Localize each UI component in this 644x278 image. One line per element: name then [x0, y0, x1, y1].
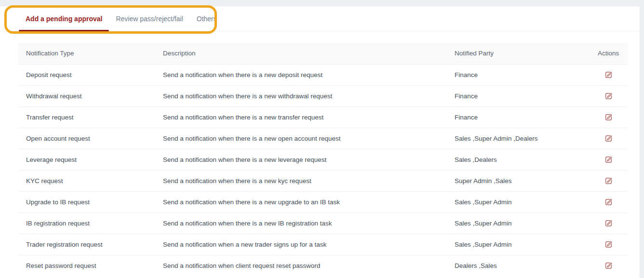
cell-notified-party: Sales ,Dealers — [447, 149, 590, 170]
edit-button[interactable] — [604, 176, 614, 185]
column-header-description: Description — [155, 43, 447, 64]
tab-bar: Add a pending approval Review pass/rejec… — [0, 6, 640, 31]
edit-button[interactable] — [604, 133, 614, 143]
table-row: Deposit request Send a notification when… — [18, 64, 628, 85]
cell-notification-type: Trader registration request — [18, 234, 155, 255]
table-row: Upgrade to IB request Send a notificatio… — [18, 191, 628, 212]
edit-button[interactable] — [604, 70, 614, 79]
cell-notified-party: Finance — [447, 106, 590, 128]
notifications-table: Notification Type Description Notified P… — [18, 43, 628, 276]
edit-button[interactable] — [604, 218, 614, 228]
cell-notification-type: IB registration request — [18, 212, 155, 234]
column-header-notification-type: Notification Type — [18, 43, 155, 64]
page: Add a pending approval Review pass/rejec… — [0, 0, 644, 278]
cell-notified-party: Sales ,Super Admin — [447, 191, 590, 212]
edit-square-icon — [605, 134, 613, 142]
cell-notification-type: Deposit request — [18, 64, 155, 85]
table-header-row: Notification Type Description Notified P… — [18, 43, 628, 64]
edit-button[interactable] — [604, 112, 614, 122]
edit-square-icon — [605, 156, 613, 163]
cell-notified-party: Dealers ,Sales — [447, 255, 590, 276]
table-row: IB registration request Send a notificat… — [18, 212, 628, 234]
cell-description: Send a notification when there is a new … — [155, 64, 447, 85]
cell-notification-type: Transfer request — [18, 106, 155, 128]
tab-add-pending-approval[interactable]: Add a pending approval — [19, 6, 109, 31]
table-row: KYC request Send a notification when the… — [18, 170, 628, 191]
tab-review-pass-reject-fail[interactable]: Review pass/reject/fail — [109, 6, 189, 31]
edit-square-icon — [605, 71, 613, 79]
content-card: Add a pending approval Review pass/rejec… — [0, 6, 640, 278]
cell-description: Send a notification when there is a new … — [155, 149, 447, 170]
edit-square-icon — [605, 177, 613, 185]
edit-square-icon — [605, 240, 613, 248]
cell-description: Send a notification when there is a new … — [155, 212, 447, 234]
edit-square-icon — [605, 92, 613, 100]
cell-description: Send a notification when there is a new … — [155, 170, 447, 191]
table-row: Transfer request Send a notification whe… — [18, 106, 628, 128]
table-row: Leverage request Send a notification whe… — [18, 149, 628, 170]
cell-notification-type: Withdrawal request — [18, 85, 155, 106]
cell-notified-party: Sales ,Super Admin ,Dealers — [447, 128, 590, 149]
cell-description: Send a notification when there is a new … — [155, 191, 447, 212]
edit-button[interactable] — [604, 197, 614, 207]
edit-square-icon — [605, 219, 613, 227]
edit-button[interactable] — [604, 239, 614, 249]
column-header-actions: Actions — [590, 43, 628, 64]
cell-notified-party: Sales ,Super Admin — [447, 212, 590, 234]
cell-notification-type: Open account request — [18, 128, 155, 149]
cell-notification-type: Upgrade to IB request — [18, 191, 155, 212]
edit-square-icon — [605, 262, 613, 269]
cell-description: Send a notification when there is a new … — [155, 85, 447, 106]
edit-square-icon — [605, 198, 613, 206]
tab-others[interactable]: Others — [190, 6, 224, 31]
table-row: Reset password request Send a notificati… — [18, 255, 628, 276]
column-header-notified-party: Notified Party — [447, 43, 590, 64]
edit-square-icon — [605, 113, 613, 121]
cell-notified-party: Finance — [447, 64, 590, 85]
tab-label: Others — [197, 15, 217, 23]
edit-button[interactable] — [604, 155, 614, 164]
table-row: Trader registration request Send a notif… — [18, 234, 628, 255]
table-row: Open account request Send a notification… — [18, 128, 628, 149]
cell-notification-type: Reset password request — [18, 255, 155, 276]
cell-notified-party: Sales ,Super Admin — [447, 234, 590, 255]
cell-description: Send a notification when there is a new … — [155, 128, 447, 149]
cell-description: Send a notification when a new trader si… — [155, 234, 447, 255]
cell-notified-party: Super Admin ,Sales — [447, 170, 590, 191]
tab-label: Add a pending approval — [26, 15, 102, 23]
cell-notified-party: Finance — [447, 85, 590, 106]
tab-label: Review pass/reject/fail — [116, 15, 183, 23]
edit-button[interactable] — [604, 261, 614, 270]
cell-notification-type: KYC request — [18, 170, 155, 191]
cell-description: Send a notification when client request … — [155, 255, 447, 276]
table-row: Withdrawal request Send a notification w… — [18, 85, 628, 106]
edit-button[interactable] — [604, 91, 614, 101]
cell-notification-type: Leverage request — [18, 149, 155, 170]
cell-description: Send a notification when there is a new … — [155, 106, 447, 128]
